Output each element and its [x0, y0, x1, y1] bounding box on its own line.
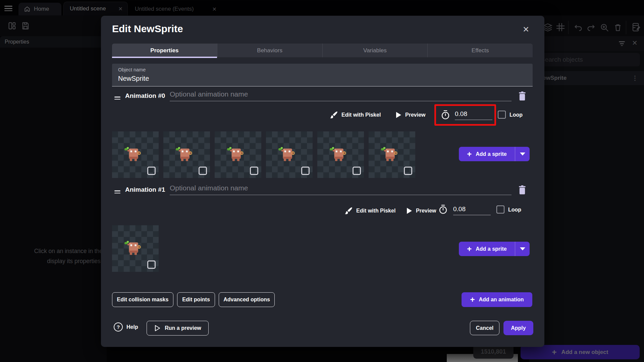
tab-variables[interactable]: Variables — [323, 44, 428, 57]
run-preview-button[interactable]: Run a preview — [147, 321, 209, 336]
add-sprite-dropdown[interactable] — [515, 147, 530, 161]
plus-icon: + — [467, 245, 472, 253]
pig-sprite-image — [175, 143, 197, 166]
add-sprite-label: Add a sprite — [476, 246, 506, 252]
pig-sprite-image — [123, 237, 146, 259]
stopwatch-icon — [441, 110, 450, 120]
gdevelop-app: Home Untitled scene ✕ Untitled scene (Ev… — [0, 0, 644, 362]
animation-name-input[interactable]: Optional animation name — [170, 184, 512, 195]
animation-name-input[interactable]: Optional animation name — [170, 90, 512, 101]
sprite-frame-thumbnail[interactable] — [215, 131, 261, 178]
cancel-button[interactable]: Cancel — [470, 321, 499, 335]
object-name-label: Object name — [118, 67, 533, 72]
add-animation-label: Add an animation — [479, 297, 524, 303]
dialog-close-icon[interactable]: ✕ — [520, 24, 532, 35]
sprite-frame-thumbnail[interactable] — [317, 131, 364, 178]
loop-checkbox[interactable] — [498, 111, 506, 119]
speed-field-highlight: 0.08 — [434, 104, 496, 126]
add-animation-button[interactable]: + Add an animation — [462, 292, 532, 307]
edit-collision-masks-button[interactable]: Edit collision masks — [112, 292, 173, 307]
run-preview-label: Run a preview — [165, 325, 201, 331]
frames-strip — [112, 225, 159, 272]
preview-label: Preview — [405, 112, 425, 118]
animation-label: Animation #1 — [125, 186, 165, 193]
add-sprite-button[interactable]: + Add a sprite — [459, 147, 530, 161]
preview-button[interactable]: Preview — [396, 110, 425, 120]
pig-sprite-image — [277, 143, 300, 166]
advanced-options-button[interactable]: Advanced options — [219, 292, 275, 307]
object-name-field[interactable]: Object name NewSprite — [112, 64, 533, 86]
preview-label: Preview — [416, 208, 436, 214]
dialog-title: Edit NewSprite — [112, 23, 183, 35]
sprite-frame-thumbnail[interactable] — [369, 131, 415, 178]
frame-select-checkbox[interactable] — [301, 167, 310, 175]
edit-with-piskel-button[interactable]: Edit with Piskel — [344, 205, 395, 216]
sprite-frame-thumbnail[interactable] — [112, 131, 159, 178]
edit-with-piskel-button[interactable]: Edit with Piskel — [329, 110, 381, 120]
chevron-down-icon — [520, 247, 525, 250]
pig-sprite-image — [226, 143, 248, 166]
edit-points-button[interactable]: Edit points — [177, 292, 215, 307]
animation-label: Animation #0 — [125, 92, 165, 100]
speed-input[interactable]: 0.08 — [453, 205, 491, 215]
frame-select-checkbox[interactable] — [404, 167, 412, 175]
plus-icon: + — [470, 296, 475, 304]
edit-piskel-label: Edit with Piskel — [341, 112, 381, 118]
drag-handle-icon[interactable] — [114, 189, 120, 195]
delete-animation-icon[interactable] — [518, 185, 527, 195]
play-outline-icon — [154, 324, 161, 332]
preview-button[interactable]: Preview — [407, 205, 436, 216]
frame-select-checkbox[interactable] — [353, 167, 361, 175]
dialog-tab-bar: Properties Behaviors Variables Effects — [112, 44, 533, 57]
play-icon — [407, 208, 412, 214]
frame-select-checkbox[interactable] — [147, 260, 156, 269]
pig-sprite-image — [123, 143, 146, 166]
delete-animation-icon[interactable] — [518, 91, 527, 102]
tab-effects[interactable]: Effects — [428, 44, 533, 57]
help-label: Help — [126, 324, 138, 330]
add-sprite-button[interactable]: + Add a sprite — [459, 242, 530, 256]
add-sprite-dropdown[interactable] — [515, 242, 530, 256]
sprite-frame-thumbnail[interactable] — [163, 131, 210, 178]
edit-piskel-label: Edit with Piskel — [356, 208, 395, 214]
stopwatch-icon — [438, 204, 448, 215]
frame-select-checkbox[interactable] — [250, 167, 258, 175]
brush-icon — [344, 206, 353, 216]
plus-icon: + — [467, 150, 472, 158]
tab-behaviors[interactable]: Behaviors — [217, 44, 323, 57]
loop-label: Loop — [509, 112, 523, 118]
brush-icon — [329, 111, 338, 120]
drag-handle-icon[interactable] — [114, 95, 120, 101]
help-icon: ? — [114, 322, 123, 331]
chevron-down-icon — [520, 153, 525, 156]
apply-button[interactable]: Apply — [503, 321, 533, 335]
add-sprite-label: Add a sprite — [476, 151, 506, 157]
tab-properties[interactable]: Properties — [112, 44, 217, 57]
play-icon — [396, 112, 401, 118]
pig-sprite-image — [329, 143, 351, 166]
object-name-value: NewSprite — [118, 75, 533, 82]
speed-input[interactable]: 0.08 — [455, 110, 492, 120]
loop-checkbox[interactable] — [496, 205, 504, 214]
frame-select-checkbox[interactable] — [147, 167, 156, 175]
loop-label: Loop — [508, 207, 521, 213]
frame-select-checkbox[interactable] — [199, 167, 207, 175]
sprite-frame-thumbnail[interactable] — [112, 225, 159, 272]
edit-sprite-dialog: Edit NewSprite ✕ Properties Behaviors Va… — [101, 16, 544, 347]
pig-sprite-image — [380, 143, 402, 166]
frames-strip — [112, 131, 415, 178]
help-button[interactable]: ? Help — [114, 322, 138, 331]
sprite-frame-thumbnail[interactable] — [266, 131, 313, 178]
